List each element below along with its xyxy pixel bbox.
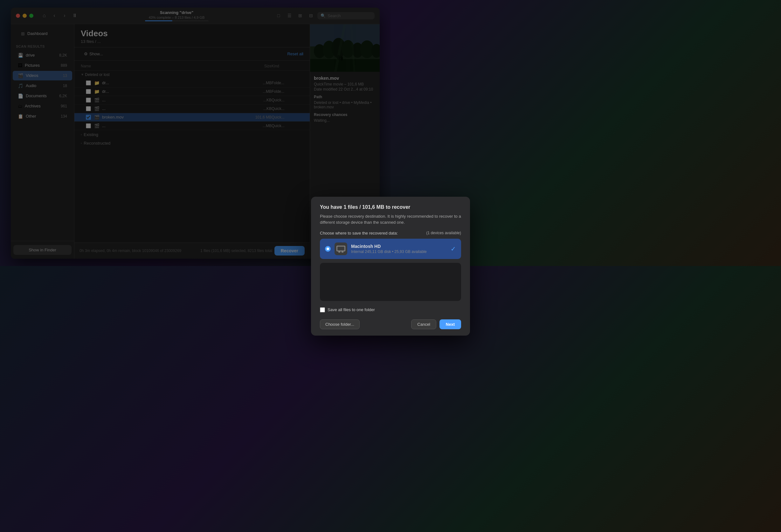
modal-section-label: Choose where to save the recovered data:…: [320, 231, 390, 235]
modal-overlay: You have 1 files / 101,6 MB to recover P…: [0, 0, 390, 266]
svg-rect-16: [338, 247, 344, 250]
device-info: Macintosh HD Internal 245,11 GB disk • 2…: [351, 244, 390, 254]
svg-rect-17: [338, 251, 340, 253]
modal-description: Please choose recovery destination. It i…: [320, 213, 390, 226]
svg-rect-18: [341, 251, 343, 253]
device-radio[interactable]: [325, 246, 331, 252]
device-icon: [334, 242, 347, 255]
modal-body: You have 1 files / 101,6 MB to recover P…: [311, 197, 390, 266]
device-name: Macintosh HD: [351, 244, 390, 249]
device-subtitle: Internal 245,11 GB disk • 25,93 GB avail…: [351, 250, 390, 254]
device-list: Macintosh HD Internal 245,11 GB disk • 2…: [320, 239, 390, 259]
recovery-modal: You have 1 files / 101,6 MB to recover P…: [311, 197, 390, 266]
modal-title: You have 1 files / 101,6 MB to recover: [320, 204, 390, 210]
folder-browse-area[interactable]: [320, 263, 390, 266]
device-item[interactable]: Macintosh HD Internal 245,11 GB disk • 2…: [320, 239, 390, 259]
